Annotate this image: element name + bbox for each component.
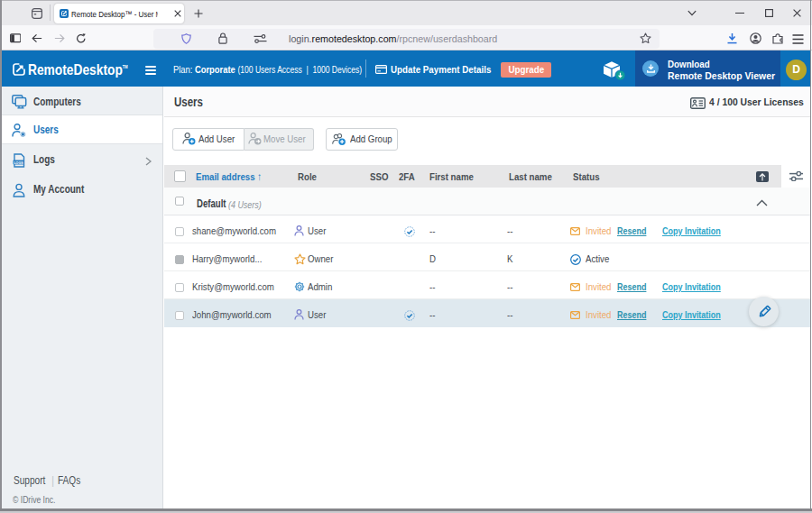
svg-text:LOGS: LOGS: [14, 161, 23, 165]
